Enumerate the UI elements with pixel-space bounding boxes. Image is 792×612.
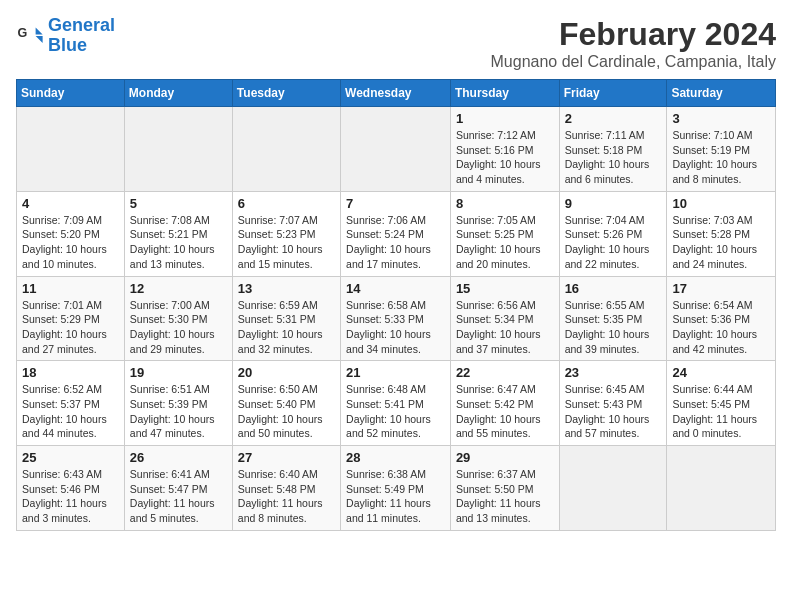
day-number: 14 (346, 281, 445, 296)
day-number: 2 (565, 111, 662, 126)
day-number: 21 (346, 365, 445, 380)
header-day-saturday: Saturday (667, 80, 776, 107)
svg-marker-2 (36, 36, 43, 43)
calendar-header-row: SundayMondayTuesdayWednesdayThursdayFrid… (17, 80, 776, 107)
week-row-2: 11Sunrise: 7:01 AM Sunset: 5:29 PM Dayli… (17, 276, 776, 361)
logo-text: General Blue (48, 16, 115, 56)
day-info: Sunrise: 7:11 AM Sunset: 5:18 PM Dayligh… (565, 128, 662, 187)
calendar-cell: 3Sunrise: 7:10 AM Sunset: 5:19 PM Daylig… (667, 107, 776, 192)
day-info: Sunrise: 7:07 AM Sunset: 5:23 PM Dayligh… (238, 213, 335, 272)
calendar-cell: 17Sunrise: 6:54 AM Sunset: 5:36 PM Dayli… (667, 276, 776, 361)
svg-marker-1 (36, 27, 43, 34)
day-number: 25 (22, 450, 119, 465)
header-day-monday: Monday (124, 80, 232, 107)
day-info: Sunrise: 6:38 AM Sunset: 5:49 PM Dayligh… (346, 467, 445, 526)
day-number: 26 (130, 450, 227, 465)
title-area: February 2024 Mugnano del Cardinale, Cam… (491, 16, 777, 71)
day-number: 19 (130, 365, 227, 380)
day-number: 12 (130, 281, 227, 296)
day-number: 8 (456, 196, 554, 211)
day-info: Sunrise: 7:06 AM Sunset: 5:24 PM Dayligh… (346, 213, 445, 272)
day-number: 3 (672, 111, 770, 126)
week-row-3: 18Sunrise: 6:52 AM Sunset: 5:37 PM Dayli… (17, 361, 776, 446)
day-info: Sunrise: 6:40 AM Sunset: 5:48 PM Dayligh… (238, 467, 335, 526)
day-info: Sunrise: 7:05 AM Sunset: 5:25 PM Dayligh… (456, 213, 554, 272)
calendar-cell: 27Sunrise: 6:40 AM Sunset: 5:48 PM Dayli… (232, 446, 340, 531)
calendar-cell: 22Sunrise: 6:47 AM Sunset: 5:42 PM Dayli… (450, 361, 559, 446)
day-number: 1 (456, 111, 554, 126)
header-day-thursday: Thursday (450, 80, 559, 107)
day-info: Sunrise: 6:41 AM Sunset: 5:47 PM Dayligh… (130, 467, 227, 526)
calendar-cell: 20Sunrise: 6:50 AM Sunset: 5:40 PM Dayli… (232, 361, 340, 446)
day-number: 28 (346, 450, 445, 465)
calendar-cell: 18Sunrise: 6:52 AM Sunset: 5:37 PM Dayli… (17, 361, 125, 446)
calendar-cell: 15Sunrise: 6:56 AM Sunset: 5:34 PM Dayli… (450, 276, 559, 361)
day-info: Sunrise: 6:50 AM Sunset: 5:40 PM Dayligh… (238, 382, 335, 441)
day-info: Sunrise: 7:08 AM Sunset: 5:21 PM Dayligh… (130, 213, 227, 272)
location-title: Mugnano del Cardinale, Campania, Italy (491, 53, 777, 71)
logo-line2: Blue (48, 35, 87, 55)
calendar-cell: 12Sunrise: 7:00 AM Sunset: 5:30 PM Dayli… (124, 276, 232, 361)
day-number: 16 (565, 281, 662, 296)
day-number: 5 (130, 196, 227, 211)
day-number: 29 (456, 450, 554, 465)
calendar-cell: 1Sunrise: 7:12 AM Sunset: 5:16 PM Daylig… (450, 107, 559, 192)
calendar-cell: 4Sunrise: 7:09 AM Sunset: 5:20 PM Daylig… (17, 191, 125, 276)
day-info: Sunrise: 6:37 AM Sunset: 5:50 PM Dayligh… (456, 467, 554, 526)
day-number: 24 (672, 365, 770, 380)
week-row-0: 1Sunrise: 7:12 AM Sunset: 5:16 PM Daylig… (17, 107, 776, 192)
calendar-cell: 11Sunrise: 7:01 AM Sunset: 5:29 PM Dayli… (17, 276, 125, 361)
calendar-cell (667, 446, 776, 531)
calendar-cell: 5Sunrise: 7:08 AM Sunset: 5:21 PM Daylig… (124, 191, 232, 276)
calendar-cell: 9Sunrise: 7:04 AM Sunset: 5:26 PM Daylig… (559, 191, 667, 276)
day-info: Sunrise: 7:00 AM Sunset: 5:30 PM Dayligh… (130, 298, 227, 357)
day-info: Sunrise: 6:43 AM Sunset: 5:46 PM Dayligh… (22, 467, 119, 526)
day-info: Sunrise: 7:04 AM Sunset: 5:26 PM Dayligh… (565, 213, 662, 272)
day-number: 11 (22, 281, 119, 296)
calendar-cell (232, 107, 340, 192)
calendar-cell: 8Sunrise: 7:05 AM Sunset: 5:25 PM Daylig… (450, 191, 559, 276)
header-day-tuesday: Tuesday (232, 80, 340, 107)
day-number: 23 (565, 365, 662, 380)
header-day-wednesday: Wednesday (341, 80, 451, 107)
day-info: Sunrise: 7:10 AM Sunset: 5:19 PM Dayligh… (672, 128, 770, 187)
day-info: Sunrise: 6:58 AM Sunset: 5:33 PM Dayligh… (346, 298, 445, 357)
day-info: Sunrise: 6:56 AM Sunset: 5:34 PM Dayligh… (456, 298, 554, 357)
day-number: 22 (456, 365, 554, 380)
calendar-cell: 6Sunrise: 7:07 AM Sunset: 5:23 PM Daylig… (232, 191, 340, 276)
calendar-cell (559, 446, 667, 531)
calendar-cell: 24Sunrise: 6:44 AM Sunset: 5:45 PM Dayli… (667, 361, 776, 446)
calendar-cell: 13Sunrise: 6:59 AM Sunset: 5:31 PM Dayli… (232, 276, 340, 361)
day-info: Sunrise: 6:55 AM Sunset: 5:35 PM Dayligh… (565, 298, 662, 357)
day-number: 6 (238, 196, 335, 211)
day-number: 20 (238, 365, 335, 380)
day-info: Sunrise: 6:52 AM Sunset: 5:37 PM Dayligh… (22, 382, 119, 441)
logo-line1: General (48, 15, 115, 35)
calendar-cell (124, 107, 232, 192)
day-number: 4 (22, 196, 119, 211)
day-number: 15 (456, 281, 554, 296)
calendar-cell: 21Sunrise: 6:48 AM Sunset: 5:41 PM Dayli… (341, 361, 451, 446)
day-info: Sunrise: 6:47 AM Sunset: 5:42 PM Dayligh… (456, 382, 554, 441)
calendar-cell: 23Sunrise: 6:45 AM Sunset: 5:43 PM Dayli… (559, 361, 667, 446)
week-row-4: 25Sunrise: 6:43 AM Sunset: 5:46 PM Dayli… (17, 446, 776, 531)
day-number: 18 (22, 365, 119, 380)
day-number: 17 (672, 281, 770, 296)
day-info: Sunrise: 6:45 AM Sunset: 5:43 PM Dayligh… (565, 382, 662, 441)
header: G General Blue February 2024 Mugnano del… (16, 16, 776, 71)
day-info: Sunrise: 7:03 AM Sunset: 5:28 PM Dayligh… (672, 213, 770, 272)
header-day-sunday: Sunday (17, 80, 125, 107)
header-day-friday: Friday (559, 80, 667, 107)
day-info: Sunrise: 7:12 AM Sunset: 5:16 PM Dayligh… (456, 128, 554, 187)
day-info: Sunrise: 6:51 AM Sunset: 5:39 PM Dayligh… (130, 382, 227, 441)
calendar-table: SundayMondayTuesdayWednesdayThursdayFrid… (16, 79, 776, 531)
calendar-cell: 10Sunrise: 7:03 AM Sunset: 5:28 PM Dayli… (667, 191, 776, 276)
calendar-cell: 25Sunrise: 6:43 AM Sunset: 5:46 PM Dayli… (17, 446, 125, 531)
calendar-cell: 28Sunrise: 6:38 AM Sunset: 5:49 PM Dayli… (341, 446, 451, 531)
day-info: Sunrise: 6:48 AM Sunset: 5:41 PM Dayligh… (346, 382, 445, 441)
day-info: Sunrise: 7:09 AM Sunset: 5:20 PM Dayligh… (22, 213, 119, 272)
logo-icon: G (16, 22, 44, 50)
day-info: Sunrise: 6:59 AM Sunset: 5:31 PM Dayligh… (238, 298, 335, 357)
calendar-cell: 7Sunrise: 7:06 AM Sunset: 5:24 PM Daylig… (341, 191, 451, 276)
day-number: 27 (238, 450, 335, 465)
